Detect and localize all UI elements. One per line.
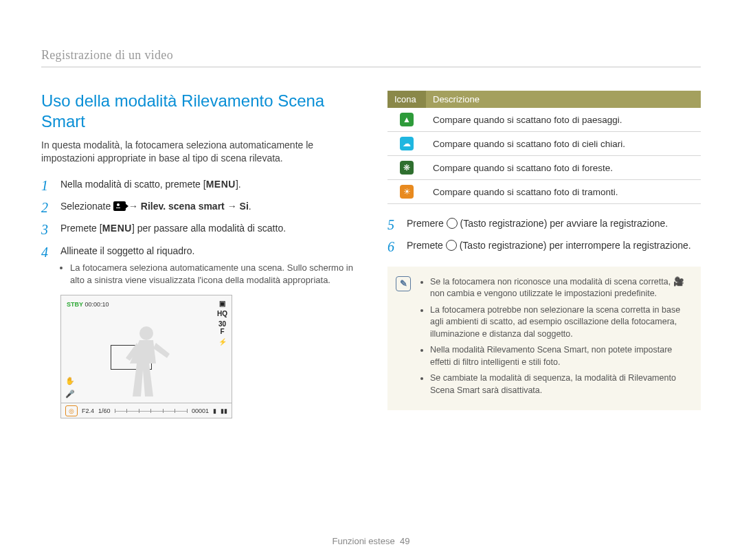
mode-icon: ▣ (219, 300, 225, 307)
table-header-desc: Descrizione (426, 91, 701, 108)
camera-preview: STBY 00:00:10 ▣ HQ 30F ⚡ (60, 295, 232, 418)
menu-path-value: Si (240, 201, 249, 212)
step-text-post: (Tasto registrazione) per interrompere l… (457, 240, 691, 251)
section-title: Registrazione di un video (41, 48, 701, 63)
step-text: Premete (407, 240, 446, 251)
note-item: Se la fotocamera non riconosce una modal… (430, 276, 691, 300)
preview-bottom-bar: ◎ F2.4 1/60 00001 ▮ ▮▮ (61, 403, 232, 418)
battery-icon: ▮▮ (221, 407, 227, 414)
step-text: Nella modalità di scatto, premete [ (60, 179, 206, 190)
forest-icon: ❋ (400, 161, 414, 175)
step-text: Selezionate (60, 201, 113, 212)
table-row: ☁ Compare quando si scattano foto di cie… (387, 132, 701, 156)
row-desc: Compare quando si scattano foto di cieli… (426, 132, 701, 156)
row-desc: Compare quando si scattano foto di tramo… (426, 180, 701, 204)
stby-time: 00:00:10 (85, 301, 109, 308)
step-number: 3 (41, 220, 48, 240)
right-column: Icona Descrizione ▲ Compare quando si sc… (387, 91, 701, 418)
note-box: ✎ Se la fotocamera non riconosce una mod… (387, 267, 701, 411)
step-3: 3 Premete [MENU] per passare alla modali… (41, 221, 355, 235)
step-text: Allineate il soggetto al riquadro. (60, 245, 194, 256)
svg-point-0 (139, 326, 153, 340)
exposure-slider (115, 407, 188, 414)
row-desc: Compare quando si scattano foto di paesa… (426, 108, 701, 132)
video-icon (113, 201, 126, 211)
f-value: F2.4 (82, 407, 94, 414)
step-2: 2 Selezionate → Rilev. scena smart → Si. (41, 199, 355, 213)
note-item: Se cambiate la modalità di sequenza, la … (430, 372, 691, 396)
divider (41, 67, 701, 67)
step-number: 4 (41, 243, 48, 262)
step-text-post: ]. (236, 179, 241, 190)
step-text-post: (Tasto registrazione) per avviare la reg… (458, 218, 668, 229)
record-button-icon (447, 218, 458, 229)
menu-label: MENU (102, 223, 132, 234)
landscape-icon: ▲ (400, 113, 414, 126)
step-number: 2 (41, 198, 48, 218)
step-text: Premere (407, 218, 447, 229)
stabilizer-icon: ✋ (65, 377, 75, 385)
note-item: Nella modalità Rilevamento Scena Smart, … (430, 344, 691, 368)
step-text: Premete [ (60, 223, 102, 234)
fps-icon: 30F (218, 320, 226, 335)
hd-icon: HQ (217, 310, 227, 317)
subject-silhouette (105, 315, 188, 398)
step-text-post: ] per passare alla modalità di scatto. (132, 223, 286, 234)
row-desc: Compare quando si scattano foto di fores… (426, 156, 701, 180)
menu-label: MENU (206, 179, 236, 190)
recording-status: STBY 00:00:10 (67, 301, 109, 308)
intro-text: In questa modalità, la fotocamera selezi… (41, 139, 355, 165)
flash-icon: ⚡ (218, 338, 227, 346)
table-row: ▲ Compare quando si scattano foto di pae… (387, 108, 701, 132)
step-number: 1 (41, 176, 48, 196)
steps-list-left: 1 Nella modalità di scatto, premete [MEN… (41, 177, 355, 287)
mode-badge: ◎ (65, 405, 78, 416)
steps-list-right: 5 Premere (Tasto registrazione) per avvi… (387, 216, 701, 253)
footer-page-number: 49 (400, 536, 409, 546)
arrow: → (128, 201, 141, 212)
step-subtext: La fotocamera seleziona automaticamente … (70, 262, 355, 287)
step-6: 6 Premete (Tasto registrazione) per inte… (387, 238, 701, 252)
note-icon: ✎ (396, 276, 411, 291)
left-column: Uso della modalità Rilevamento Scena Sma… (41, 91, 355, 418)
note-item: La fotocamera potrebbe non selezionare l… (430, 304, 691, 341)
main-heading: Uso della modalità Rilevamento Scena Sma… (41, 91, 355, 132)
menu-path: Rilev. scena smart (141, 201, 225, 212)
icon-description-table: Icona Descrizione ▲ Compare quando si sc… (387, 91, 701, 204)
mic-icon: 🎤 (65, 390, 75, 399)
preview-left-icons: ✋ 🎤 (65, 377, 75, 399)
record-button-icon (446, 240, 457, 251)
table-row: ❋ Compare quando si scattano foto di for… (387, 156, 701, 180)
preview-right-icons: ▣ HQ 30F ⚡ (217, 300, 227, 346)
step-number: 5 (387, 215, 394, 235)
clear-sky-icon: ☁ (400, 137, 414, 150)
footer-section-name: Funzioni estese (333, 536, 395, 546)
step-4: 4 Allineate il soggetto al riquadro. La … (41, 244, 355, 287)
step-number: 6 (387, 237, 394, 257)
table-row: ☀ Compare quando si scattano foto di tra… (387, 180, 701, 204)
page-footer: Funzioni estese 49 (0, 536, 742, 546)
frame-counter: 00001 (192, 407, 209, 414)
stby-label: STBY (67, 301, 83, 308)
table-header-icon: Icona (387, 91, 426, 108)
sunset-icon: ☀ (400, 185, 414, 199)
step-1: 1 Nella modalità di scatto, premete [MEN… (41, 177, 355, 191)
storage-icon: ▮ (213, 407, 216, 414)
step-5: 5 Premere (Tasto registrazione) per avvi… (387, 216, 701, 230)
shutter-value: 1/60 (98, 407, 111, 414)
arrow: → (225, 201, 240, 212)
